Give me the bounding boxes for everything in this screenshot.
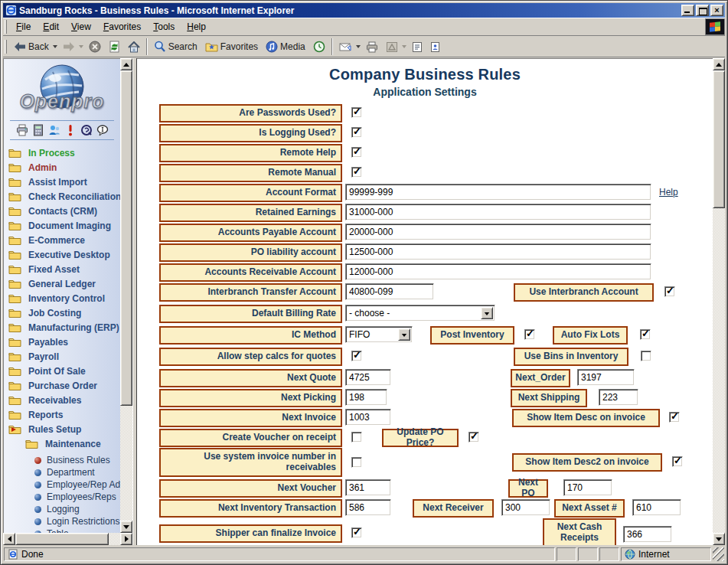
printer-icon[interactable]: [16, 124, 28, 136]
sidebar-folder-item[interactable]: Payroll: [8, 349, 120, 364]
main-vertical-scrollbar[interactable]: [713, 58, 725, 545]
sidebar-folder-item[interactable]: Purchase Order: [8, 378, 120, 393]
update-po-price-checkbox[interactable]: [468, 432, 479, 443]
dropdown-button[interactable]: [481, 307, 493, 319]
help-link[interactable]: Help: [659, 187, 678, 198]
menu-item[interactable]: Favorites: [97, 19, 147, 34]
sidebar-folder-item[interactable]: Manufacturing (ERP): [8, 320, 120, 335]
auto-fix-lots-checkbox[interactable]: [640, 329, 651, 340]
next-asset-input[interactable]: [632, 499, 681, 516]
scroll-down-button[interactable]: [713, 533, 725, 545]
po-liability-input[interactable]: [345, 243, 651, 260]
sidebar-folder-item[interactable]: Executive Desktop: [8, 247, 120, 262]
show-item-desc-checkbox[interactable]: [669, 412, 680, 423]
favorites-button[interactable]: Favorites: [201, 38, 262, 56]
scroll-thumb[interactable]: [713, 70, 725, 208]
toolbar-grip[interactable]: [5, 40, 7, 54]
sidebar-bullet-item[interactable]: Logging: [8, 503, 120, 515]
forward-dropdown[interactable]: [79, 45, 83, 51]
sidebar-folder-item[interactable]: Payables: [8, 335, 120, 349]
retained-earnings-input[interactable]: [345, 204, 651, 220]
contacts-icon[interactable]: [48, 124, 60, 136]
sidebar-bullet-item[interactable]: Business Rules: [8, 454, 120, 466]
messenger-button[interactable]: [426, 38, 444, 56]
account-format-input[interactable]: [345, 184, 651, 201]
next-voucher-input[interactable]: [345, 479, 391, 496]
scroll-thumb[interactable]: [15, 533, 109, 545]
next-inventory-transaction-input[interactable]: [345, 499, 391, 516]
allow-step-calcs-checkbox[interactable]: [351, 351, 362, 361]
sidebar-folder-item[interactable]: Reports: [8, 407, 120, 422]
sidebar-folder-item[interactable]: Contacts (CRM): [8, 204, 120, 218]
shipper-finalize-checkbox[interactable]: [351, 527, 362, 538]
is-logging-used-checkbox[interactable]: [351, 127, 362, 138]
query-icon[interactable]: [80, 124, 93, 136]
search-button[interactable]: Search: [150, 38, 201, 56]
minimize-button[interactable]: [681, 5, 694, 16]
forward-button[interactable]: [59, 38, 79, 56]
sidebar-bullet-item[interactable]: Employee/Rep Add: [8, 478, 120, 491]
scroll-left-button[interactable]: [3, 533, 15, 545]
sidebar-bullet-item[interactable]: Table: [8, 527, 120, 533]
back-dropdown[interactable]: [53, 45, 57, 51]
are-passwords-used-checkbox[interactable]: [351, 107, 362, 118]
mail-dropdown[interactable]: [356, 45, 361, 51]
sidebar-vertical-scrollbar[interactable]: [120, 58, 132, 533]
next-shipping-input[interactable]: [599, 389, 638, 406]
sidebar-folder-item[interactable]: General Ledger: [8, 276, 120, 291]
stop-button[interactable]: [85, 38, 105, 56]
sidebar-bullet-item[interactable]: Employees/Reps: [8, 491, 120, 503]
sidebar-folder-item[interactable]: Point Of Sale: [8, 364, 120, 378]
sidebar-folder-item[interactable]: E-Commerce: [8, 233, 120, 247]
use-bins-checkbox[interactable]: [641, 351, 651, 361]
menu-item[interactable]: Help: [181, 19, 212, 34]
sidebar-folder-item[interactable]: Job Costing: [8, 305, 120, 320]
menu-item[interactable]: View: [65, 19, 97, 34]
history-button[interactable]: [309, 38, 329, 56]
next-picking-input[interactable]: [345, 389, 387, 406]
next-receiver-input[interactable]: [501, 499, 550, 516]
sidebar-bullet-item[interactable]: Department: [8, 466, 120, 478]
close-button[interactable]: ×: [710, 5, 723, 16]
next-po-input[interactable]: [563, 479, 612, 496]
refresh-button[interactable]: [105, 38, 124, 56]
scroll-right-button[interactable]: [120, 533, 132, 545]
sidebar-folder-item[interactable]: Inventory Control: [8, 291, 120, 305]
remote-help-checkbox[interactable]: [351, 147, 362, 158]
scroll-down-button[interactable]: [120, 521, 132, 533]
alert-icon[interactable]: [64, 124, 77, 136]
sidebar-folder-item[interactable]: Check Reconciliation: [8, 189, 120, 204]
maximize-button[interactable]: [696, 5, 709, 16]
use-interbranch-checkbox[interactable]: [664, 286, 675, 297]
menu-grip[interactable]: [5, 20, 7, 34]
scroll-up-button[interactable]: [120, 58, 132, 70]
media-button[interactable]: Media: [262, 38, 309, 56]
sidebar-horizontal-scrollbar[interactable]: [3, 533, 132, 545]
dropdown-button[interactable]: [398, 328, 410, 341]
sidebar-folder-item[interactable]: Receivables: [8, 393, 120, 407]
post-inventory-checkbox[interactable]: [524, 329, 535, 340]
accounts-receivable-input[interactable]: [345, 263, 651, 280]
use-system-invoice-checkbox[interactable]: [351, 457, 362, 468]
sidebar-folder-item[interactable]: Fixed Asset: [8, 262, 120, 276]
edit-dropdown[interactable]: [402, 45, 406, 51]
menu-item[interactable]: Tools: [147, 19, 181, 34]
resize-grip[interactable]: [713, 547, 724, 561]
sidebar-folder-item[interactable]: Admin: [8, 160, 120, 175]
interbranch-transfer-input[interactable]: [345, 283, 434, 300]
next-quote-input[interactable]: [345, 369, 391, 386]
mail-button[interactable]: [335, 38, 356, 56]
accounts-payable-input[interactable]: [345, 224, 651, 240]
menu-item[interactable]: Edit: [37, 19, 65, 34]
scroll-up-button[interactable]: [713, 58, 725, 70]
home-button[interactable]: [124, 38, 144, 56]
discuss-button[interactable]: [408, 38, 426, 56]
sidebar-bullet-item[interactable]: Login Restrictions: [8, 515, 120, 527]
message-icon[interactable]: [96, 124, 109, 136]
sidebar-folder-item[interactable]: Maintenance: [8, 436, 120, 451]
calculator-icon[interactable]: [32, 124, 44, 136]
print-button[interactable]: [362, 38, 382, 56]
menu-item[interactable]: File: [10, 19, 37, 34]
create-voucher-checkbox[interactable]: [351, 432, 362, 443]
show-item-desc2-checkbox[interactable]: [672, 456, 683, 467]
